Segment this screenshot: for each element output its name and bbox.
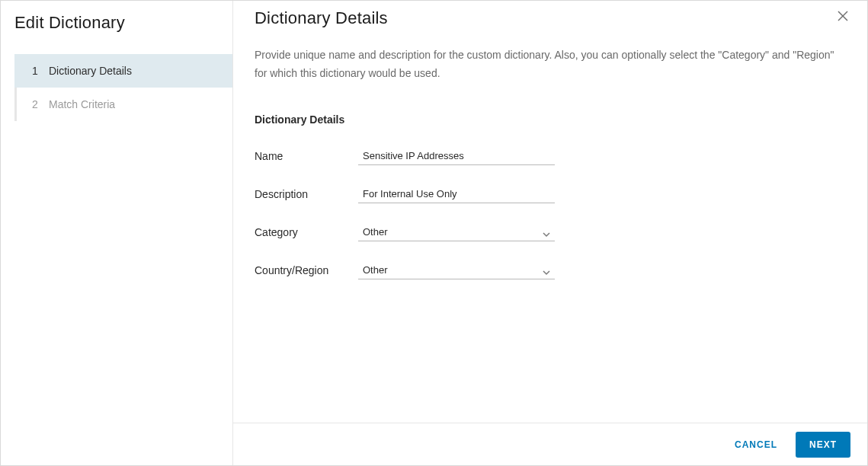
cancel-button[interactable]: CANCEL <box>730 433 782 456</box>
form-row-description: Description <box>255 185 846 203</box>
form-row-category: Category Other <box>255 223 846 241</box>
step-label: Dictionary Details <box>49 65 132 77</box>
wizard-sidebar: Edit Dictionary 1 Dictionary Details 2 M… <box>1 1 233 465</box>
form-row-region: Country/Region Other <box>255 261 846 279</box>
name-input[interactable] <box>358 147 555 165</box>
region-label: Country/Region <box>255 264 358 276</box>
edit-dictionary-modal: Edit Dictionary 1 Dictionary Details 2 M… <box>0 0 868 466</box>
category-select[interactable]: Other <box>358 223 555 241</box>
region-select[interactable]: Other <box>358 261 555 279</box>
section-title: Dictionary Details <box>255 113 846 126</box>
name-label: Name <box>255 150 358 162</box>
step-dictionary-details[interactable]: 1 Dictionary Details <box>14 54 232 88</box>
description-label: Description <box>255 188 358 200</box>
intro-text: Provide unique name and description for … <box>255 46 841 83</box>
main-body: Provide unique name and description for … <box>233 28 867 423</box>
region-select-wrap: Other <box>358 261 555 279</box>
wizard-steps: 1 Dictionary Details 2 Match Criteria <box>14 54 232 121</box>
page-title: Dictionary Details <box>255 8 388 28</box>
step-match-criteria[interactable]: 2 Match Criteria <box>17 88 232 121</box>
step-number: 1 <box>32 65 49 77</box>
sidebar-title: Edit Dictionary <box>1 7 232 48</box>
form-row-name: Name <box>255 147 846 165</box>
step-label: Match Criteria <box>49 98 115 110</box>
category-select-wrap: Other <box>358 223 555 241</box>
close-button[interactable] <box>834 7 852 27</box>
main-header: Dictionary Details <box>233 1 867 28</box>
category-label: Category <box>255 226 358 238</box>
description-input[interactable] <box>358 185 555 203</box>
step-number: 2 <box>32 98 49 110</box>
wizard-footer: CANCEL NEXT <box>233 423 867 465</box>
close-icon <box>837 13 849 24</box>
next-button[interactable]: NEXT <box>796 432 850 458</box>
wizard-main: Dictionary Details Provide unique name a… <box>233 1 867 465</box>
